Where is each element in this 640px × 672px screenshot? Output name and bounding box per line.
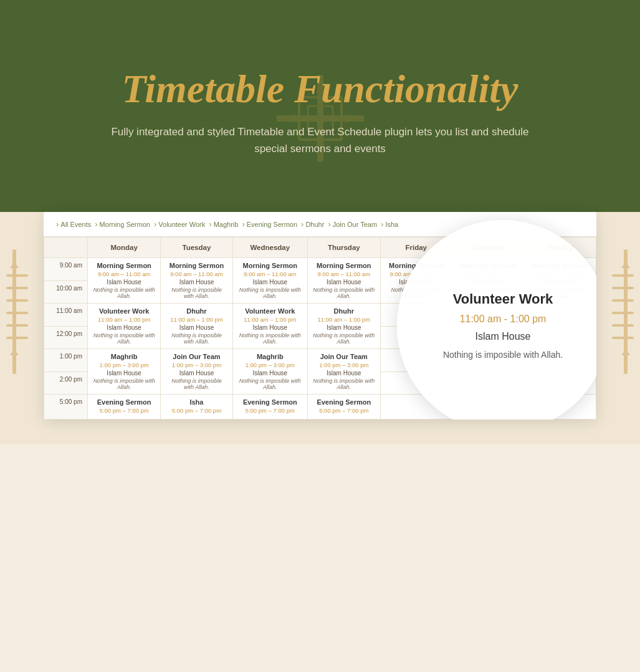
right-ornament-icon: [606, 249, 640, 374]
event-cell[interactable]: Volunteer Work 11:00 am – 1:00 pm Islam …: [232, 304, 307, 349]
time-2pm: 2:00 pm: [44, 372, 88, 395]
event-cell[interactable]: Dhuhr 11:00 am – 1:00 pm Islam House Not…: [161, 304, 232, 349]
svg-rect-13: [6, 312, 28, 314]
time-9am: 9:00 am: [44, 258, 88, 281]
hero-section: Timetable Functionality Fully integrated…: [0, 0, 640, 237]
svg-marker-25: [621, 262, 630, 268]
page-subtitle: Fully integrated and styled Timetable an…: [102, 123, 538, 157]
filter-maghrib[interactable]: Maghrib: [209, 219, 238, 229]
event-cell[interactable]: Volunteer Work 11:00 am – 1:00 pm Islam …: [88, 304, 161, 349]
col-header-tuesday: Tuesday: [161, 238, 232, 258]
filter-volunteer-work[interactable]: Volunteer Work: [154, 219, 205, 229]
popup-time: 11:00 am - 1:00 pm: [460, 314, 547, 325]
svg-rect-21: [612, 299, 634, 302]
svg-marker-17: [10, 349, 19, 355]
svg-point-8: [315, 113, 325, 123]
timetable-card: All Events Morning Sermon Volunteer Work…: [44, 212, 596, 420]
svg-marker-26: [621, 349, 630, 355]
event-cell[interactable]: Morning Sermon 9:00 am – 11:00 am Islam …: [161, 258, 232, 304]
svg-marker-16: [10, 262, 19, 268]
col-header-thursday: Thursday: [307, 238, 380, 258]
event-cell[interactable]: Join Our Team 1:00 pm – 3:00 pm Islam Ho…: [161, 349, 232, 395]
svg-rect-20: [612, 287, 634, 289]
event-cell[interactable]: Join Our Team 1:00 pm – 3:00 pm Islam Ho…: [307, 349, 380, 395]
filter-join-our-team[interactable]: Join Our Team: [328, 219, 377, 229]
col-header-wednesday: Wednesday: [232, 238, 307, 258]
left-ornament-icon: [0, 249, 34, 374]
popup-title: Volunteer Work: [453, 291, 553, 307]
event-cell[interactable]: Maghrib 1:00 pm – 3:00 pm Islam House No…: [232, 349, 307, 395]
event-cell[interactable]: Isha 5:00 pm – 7:00 pm: [161, 395, 232, 420]
svg-rect-10: [6, 274, 28, 277]
event-cell[interactable]: Morning Sermon 9:00 am – 11:00 am Islam …: [88, 258, 161, 304]
event-cell[interactable]: Dhuhr 11:00 am – 1:00 pm Islam House Not…: [307, 304, 380, 349]
event-cell[interactable]: Morning Sermon 9:00 am – 11:00 am Islam …: [232, 258, 307, 304]
svg-rect-12: [6, 299, 28, 302]
svg-rect-19: [612, 274, 634, 277]
filter-morning-sermon[interactable]: Morning Sermon: [95, 219, 150, 229]
svg-rect-23: [612, 324, 634, 327]
col-header-time: [44, 238, 88, 258]
popup-location: Islam House: [475, 331, 531, 342]
filter-evening-sermon[interactable]: Evening Sermon: [242, 219, 297, 229]
svg-rect-11: [6, 287, 28, 289]
event-cell[interactable]: Maghrib 1:00 pm – 3:00 pm Islam House No…: [88, 349, 161, 395]
time-11am: 11:00 am: [44, 304, 88, 327]
svg-rect-24: [612, 337, 634, 339]
col-header-monday: Monday: [88, 238, 161, 258]
popup-desc: Nothing is imposible with Allah.: [443, 348, 563, 362]
page-title: Timetable Functionality: [122, 67, 518, 111]
time-1pm: 1:00 pm: [44, 349, 88, 372]
time-10am: 10:00 am: [44, 281, 88, 304]
svg-rect-22: [612, 312, 634, 314]
svg-rect-15: [6, 337, 28, 339]
event-cell[interactable]: Evening Sermon 5:00 pm – 7:00 pm: [232, 395, 307, 420]
time-5pm: 5:00 pm: [44, 395, 88, 420]
event-cell[interactable]: Evening Sermon 5:00 pm – 7:00 pm: [307, 395, 380, 420]
filter-dhuhr[interactable]: Dhuhr: [301, 219, 324, 229]
filter-isha[interactable]: Isha: [381, 219, 398, 229]
filter-all-events[interactable]: All Events: [56, 219, 91, 229]
event-cell[interactable]: Evening Sermon 5:00 pm – 7:00 pm: [88, 395, 161, 420]
time-12pm: 12:00 pm: [44, 326, 88, 349]
event-cell[interactable]: Morning Sermon 9:00 am – 11:00 am Islam …: [307, 258, 380, 304]
content-section: All Events Morning Sermon Volunteer Work…: [0, 212, 640, 444]
svg-rect-14: [6, 324, 28, 327]
